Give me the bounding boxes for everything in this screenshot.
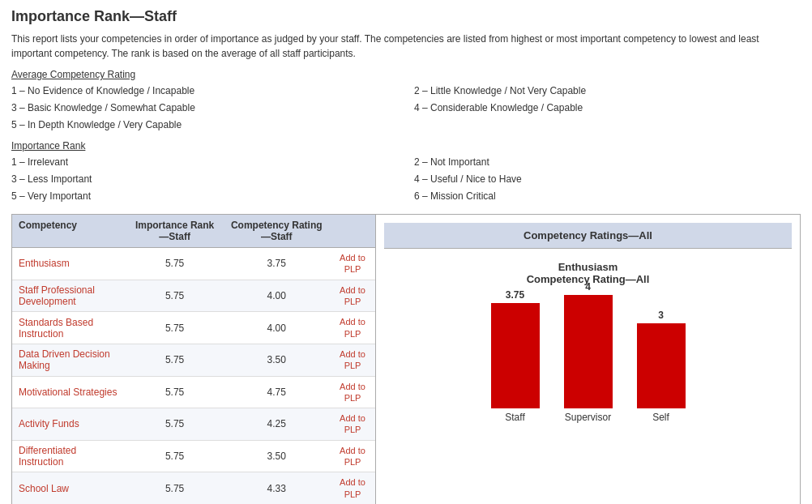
importance-rank-cell: 5.75 (126, 376, 224, 408)
competency-link[interactable]: Data Driven Decision Making (19, 348, 110, 371)
add-plp-button[interactable]: Add to PLP (340, 477, 365, 498)
rating-cell: 3.50 (223, 344, 330, 376)
bar-category-label: Supervisor (565, 412, 611, 423)
importance-rank-label: Importance Rank (11, 140, 801, 152)
rating-cell: 4.00 (223, 280, 330, 312)
add-plp-button[interactable]: Add to PLP (340, 317, 365, 338)
competency-link[interactable]: Enthusiasm (19, 258, 70, 269)
table-row: Motivational Strategies 5.75 4.75 Add to… (12, 376, 375, 408)
table-row: Staff Professional Development 5.75 4.00… (12, 280, 375, 312)
avg-competency-item-1: 1 – No Evidence of Knowledge / Incapable (11, 83, 398, 99)
importance-rank-cell: 5.75 (126, 440, 224, 472)
right-panel-header: Competency Ratings—All (384, 223, 792, 249)
importance-item-5: 5 – Very Important (11, 189, 398, 204)
avg-competency-item-3: 3 – Basic Knowledge / Somewhat Capable (11, 100, 398, 116)
col-competency: Competency (12, 215, 126, 248)
table-row: Standards Based Instruction 5.75 4.00 Ad… (12, 312, 375, 344)
table-row: Enthusiasm 5.75 3.75 Add to PLP (12, 248, 375, 280)
rating-cell: 3.75 (223, 248, 330, 280)
add-plp-button[interactable]: Add to PLP (340, 446, 365, 467)
col-action (330, 215, 375, 248)
importance-rank-cell: 5.75 (126, 472, 224, 504)
add-plp-button[interactable]: Add to PLP (340, 349, 365, 370)
importance-rank-cell: 5.75 (126, 280, 224, 312)
page-title: Importance Rank—Staff (11, 8, 801, 25)
bar (564, 295, 613, 408)
chart-bar-group: 3 Self (637, 310, 686, 423)
competency-link[interactable]: Differentiated Instruction (19, 445, 76, 468)
competency-link[interactable]: Staff Professional Development (19, 284, 95, 307)
importance-item-3: 3 – Less Important (11, 172, 398, 187)
bar-value-label: 4 (585, 281, 591, 293)
table-row: School Law 5.75 4.33 Add to PLP (12, 472, 375, 504)
avg-competency-item-4: 4 – Considerable Knowledge / Capable (414, 100, 801, 116)
importance-item-2: 2 – Not Important (414, 155, 801, 170)
rating-cell: 3.50 (223, 440, 330, 472)
bar (637, 323, 686, 408)
bar-category-label: Staff (505, 412, 524, 423)
competency-link[interactable]: Activity Funds (19, 418, 79, 429)
importance-item-4: 4 – Useful / Nice to Have (414, 172, 801, 187)
rating-cell: 4.75 (223, 376, 330, 408)
rating-cell: 4.25 (223, 408, 330, 441)
bar-value-label: 3.75 (506, 289, 524, 301)
add-plp-button[interactable]: Add to PLP (340, 413, 365, 434)
chart-bar-group: 3.75 Staff (491, 289, 540, 423)
table-row: Data Driven Decision Making 5.75 3.50 Ad… (12, 344, 375, 376)
add-plp-button[interactable]: Add to PLP (340, 253, 365, 274)
rating-cell: 4.00 (223, 312, 330, 344)
importance-item-1: 1 – Irrelevant (11, 155, 398, 170)
importance-item-6: 6 – Mission Critical (414, 189, 801, 204)
importance-rank-cell: 5.75 (126, 344, 224, 376)
competency-link[interactable]: Standards Based Instruction (19, 317, 93, 340)
avg-competency-item-2: 2 – Little Knowledge / Not Very Capable (414, 83, 801, 99)
competency-link[interactable]: School Law (19, 483, 69, 494)
col-importance-rank: Importance Rank—Staff (126, 215, 224, 248)
table-row: Differentiated Instruction 5.75 3.50 Add… (12, 440, 375, 472)
avg-competency-label: Average Competency Rating (11, 69, 801, 80)
avg-competency-item-5: 5 – In Depth Knowledge / Very Capable (11, 117, 398, 133)
col-competency-rating: Competency Rating—Staff (223, 215, 330, 248)
importance-rank-cell: 5.75 (126, 408, 224, 441)
competency-link[interactable]: Motivational Strategies (19, 387, 117, 398)
bar-value-label: 3 (658, 310, 664, 321)
chart-bar-group: 4 Supervisor (564, 281, 613, 423)
bar (491, 303, 540, 408)
importance-rank-cell: 5.75 (126, 312, 224, 344)
add-plp-button[interactable]: Add to PLP (340, 285, 365, 306)
bar-category-label: Self (652, 412, 669, 423)
importance-rank-cell: 5.75 (126, 248, 224, 280)
table-row: Activity Funds 5.75 4.25 Add to PLP (12, 408, 375, 441)
rating-cell: 4.33 (223, 472, 330, 504)
intro-text: This report lists your competencies in o… (11, 32, 801, 61)
add-plp-button[interactable]: Add to PLP (340, 382, 365, 403)
